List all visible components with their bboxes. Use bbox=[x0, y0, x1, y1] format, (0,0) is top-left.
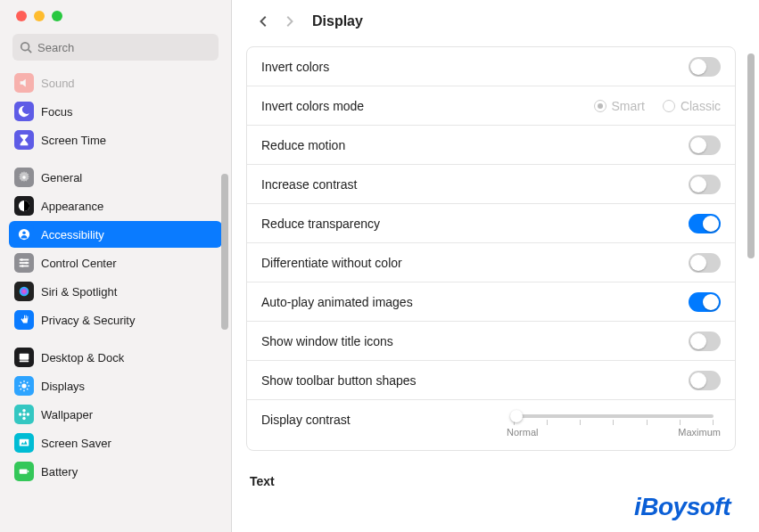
sidebar-item-displays[interactable]: Displays bbox=[9, 372, 222, 399]
toggle-toolbar-shapes[interactable] bbox=[689, 371, 721, 390]
sidebar-item-focus[interactable]: Focus bbox=[9, 98, 222, 125]
person-icon bbox=[14, 225, 34, 244]
orb-icon bbox=[14, 282, 34, 301]
row-diff-without-color: Differentiate without color bbox=[247, 243, 735, 282]
hand-icon bbox=[14, 310, 34, 330]
svg-rect-29 bbox=[20, 439, 29, 446]
section-text-header: Text bbox=[246, 469, 736, 494]
radio-smart[interactable]: Smart bbox=[594, 99, 645, 113]
sidebar-item-battery[interactable]: Battery bbox=[9, 458, 222, 485]
radio-dot-icon bbox=[663, 100, 675, 112]
svg-point-26 bbox=[22, 417, 26, 421]
svg-point-0 bbox=[21, 43, 29, 51]
search-field[interactable] bbox=[12, 34, 219, 61]
sidebar-item-label: Sound bbox=[41, 77, 75, 90]
sun-icon bbox=[14, 376, 34, 396]
sidebar-item-desktop-dock[interactable]: Desktop & Dock bbox=[9, 344, 222, 371]
main-pane: Display Invert colors Invert colors mode… bbox=[232, 0, 759, 532]
label-toolbar-shapes: Show toolbar button shapes bbox=[261, 373, 689, 388]
contrast-icon bbox=[14, 196, 34, 216]
row-invert-mode: Invert colors mode Smart Classic bbox=[247, 86, 735, 126]
sidebar-item-siri-spotlight[interactable]: Siri & Spotlight bbox=[9, 278, 222, 305]
slider-thumb-icon[interactable] bbox=[510, 410, 523, 422]
label-display-contrast: Display contrast bbox=[261, 409, 507, 427]
sidebar-item-screen-saver[interactable]: Screen Saver bbox=[9, 430, 222, 456]
moon-icon bbox=[14, 102, 34, 121]
label-reduce-transparency: Reduce transparency bbox=[261, 217, 689, 231]
sidebar-item-label: Accessibility bbox=[41, 228, 104, 241]
gear-icon bbox=[14, 168, 34, 187]
sidebar-item-screen-time[interactable]: Screen Time bbox=[9, 127, 222, 153]
toggle-increase-contrast[interactable] bbox=[689, 175, 721, 194]
slider-labels: Normal Maximum bbox=[507, 427, 721, 438]
sidebar-item-label: Privacy & Security bbox=[41, 314, 135, 327]
svg-point-15 bbox=[21, 383, 26, 388]
sidebar-item-control-center[interactable]: Control Center bbox=[9, 250, 222, 276]
nav-back-button[interactable] bbox=[252, 9, 276, 34]
toggle-window-title-icons[interactable] bbox=[689, 331, 721, 351]
radio-classic[interactable]: Classic bbox=[663, 99, 721, 113]
zoom-window-button[interactable] bbox=[52, 11, 62, 21]
sidebar-item-label: Displays bbox=[41, 380, 85, 393]
row-invert-colors: Invert colors bbox=[247, 47, 735, 86]
sidebar-item-label: Appearance bbox=[41, 200, 103, 213]
sidebar-item-label: Desktop & Dock bbox=[41, 351, 124, 364]
row-autoplay: Auto-play animated images bbox=[247, 282, 735, 322]
row-reduce-motion: Reduce motion bbox=[247, 126, 735, 165]
hourglass-icon bbox=[14, 130, 34, 150]
sidebar-item-privacy-security[interactable]: Privacy & Security bbox=[9, 307, 222, 333]
sidebar-item-accessibility[interactable]: Accessibility bbox=[9, 221, 222, 248]
sidebar-item-wallpaper[interactable]: Wallpaper bbox=[9, 401, 222, 428]
content-scroll[interactable]: Invert colors Invert colors mode Smart C… bbox=[232, 43, 759, 532]
label-autoplay: Auto-play animated images bbox=[261, 295, 689, 309]
svg-line-1 bbox=[29, 50, 32, 53]
slider-min-label: Normal bbox=[507, 427, 538, 438]
sidebar-item-label: Screen Saver bbox=[41, 437, 111, 450]
svg-point-9 bbox=[21, 258, 23, 261]
nav-forward-button[interactable] bbox=[276, 9, 301, 34]
dock-icon bbox=[14, 348, 34, 367]
label-diff-without-color: Differentiate without color bbox=[261, 256, 689, 270]
radio-group-invert-mode: Smart Classic bbox=[594, 99, 721, 113]
toggle-autoplay[interactable] bbox=[689, 292, 721, 312]
sidebar-item-general[interactable]: General bbox=[9, 164, 222, 191]
svg-point-28 bbox=[27, 413, 30, 416]
radio-label-smart: Smart bbox=[612, 99, 645, 113]
svg-line-21 bbox=[27, 389, 28, 389]
svg-rect-30 bbox=[20, 469, 28, 473]
toggle-reduce-transparency[interactable] bbox=[689, 214, 721, 233]
sidebar: SoundFocusScreen TimeGeneralAppearanceAc… bbox=[0, 0, 232, 532]
search-input[interactable] bbox=[37, 41, 211, 54]
sidebar-item-appearance[interactable]: Appearance bbox=[9, 192, 222, 219]
svg-point-25 bbox=[22, 409, 26, 413]
row-increase-contrast: Increase contrast bbox=[247, 165, 735, 204]
label-increase-contrast: Increase contrast bbox=[261, 177, 689, 192]
sidebar-item-label: Wallpaper bbox=[41, 408, 93, 422]
window-controls bbox=[0, 11, 231, 34]
sidebar-list: SoundFocusScreen TimeGeneralAppearanceAc… bbox=[0, 70, 231, 532]
slider-max-label: Maximum bbox=[678, 427, 721, 438]
label-reduce-motion: Reduce motion bbox=[261, 138, 689, 152]
svg-point-10 bbox=[25, 262, 28, 265]
minimize-window-button[interactable] bbox=[34, 11, 45, 21]
main-scrollbar-thumb[interactable] bbox=[747, 53, 755, 258]
row-window-title-icons: Show window title icons bbox=[247, 322, 735, 361]
speaker-icon bbox=[14, 73, 34, 93]
display-settings-panel: Invert colors Invert colors mode Smart C… bbox=[246, 46, 736, 451]
sidebar-item-sound[interactable]: Sound bbox=[9, 70, 222, 96]
row-reduce-transparency: Reduce transparency bbox=[247, 204, 735, 243]
svg-rect-31 bbox=[28, 471, 29, 472]
slider-contrast[interactable] bbox=[514, 414, 714, 418]
sidebar-scrollbar-thumb[interactable] bbox=[221, 174, 228, 330]
close-window-button[interactable] bbox=[16, 11, 27, 21]
toggle-invert-colors[interactable] bbox=[689, 57, 721, 77]
svg-point-11 bbox=[21, 265, 24, 267]
toggle-reduce-motion[interactable] bbox=[689, 135, 721, 155]
toggle-diff-without-color[interactable] bbox=[689, 253, 721, 273]
flower-icon bbox=[14, 405, 34, 424]
label-invert-mode: Invert colors mode bbox=[261, 99, 594, 113]
svg-point-5 bbox=[22, 232, 26, 235]
screensaver-icon bbox=[14, 433, 34, 453]
sidebar-item-label: Screen Time bbox=[41, 134, 106, 147]
search-icon bbox=[20, 41, 32, 53]
